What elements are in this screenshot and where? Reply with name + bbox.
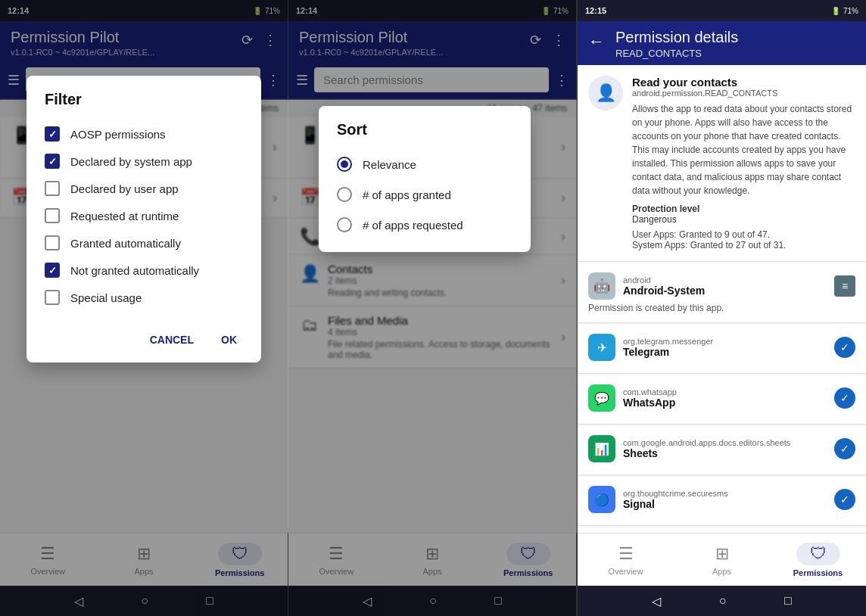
perm-icon-symbol: 👤 xyxy=(596,83,616,103)
checkbox-runtime[interactable] xyxy=(45,208,60,223)
signal-icon: 🔵 xyxy=(588,486,615,513)
checkbox-special[interactable] xyxy=(45,290,60,305)
android-note: Permission is created by this app. xyxy=(588,303,855,313)
sort-label-relevance: Relevance xyxy=(363,158,416,171)
filter-dialog-actions: Cancel OK xyxy=(45,323,243,350)
filter-label-runtime: Requested at runtime xyxy=(70,210,179,222)
filter-option-special[interactable]: Special usage xyxy=(45,284,243,311)
checkbox-user[interactable] xyxy=(45,181,60,196)
sheets-card[interactable]: 📊 com.google.android.apps.docs.editors.s… xyxy=(578,426,866,475)
back-btn-3[interactable]: ◁ xyxy=(652,594,661,608)
checkbox-not-granted[interactable] xyxy=(45,263,60,278)
filter-cancel-button[interactable]: Cancel xyxy=(144,329,200,350)
filter-option-not-granted[interactable]: Not granted automatically xyxy=(45,257,243,284)
sort-option-apps-requested[interactable]: # of apps requested xyxy=(337,210,512,240)
detail-title: Permission details xyxy=(615,29,855,46)
battery-icon-3: 🔋 xyxy=(831,7,840,15)
filter-label-aosp: AOSP permissions xyxy=(70,128,166,141)
telegram-pkg: org.telegram.messenger xyxy=(623,337,827,346)
back-button[interactable]: ← xyxy=(588,32,605,51)
perm-meta: Protection level Dangerous xyxy=(632,204,855,225)
sheets-check: ✓ xyxy=(834,438,855,459)
signal-name: Signal xyxy=(623,498,827,510)
nav-apps-label-3: Apps xyxy=(712,567,731,576)
whatsapp-icon: 💬 xyxy=(588,384,615,412)
radio-relevance[interactable] xyxy=(337,157,352,172)
threema-card[interactable]: ⬛ ch.threema.app Threema ✓ xyxy=(578,527,866,533)
sort-dialog-overlay: Sort Relevance # of apps granted # of ap… xyxy=(288,0,576,616)
filter-dialog-title: Filter xyxy=(45,91,243,108)
nav-permissions-3[interactable]: 🛡 Permissions xyxy=(770,537,866,583)
sort-option-apps-granted[interactable]: # of apps granted xyxy=(337,179,512,210)
filter-label-not-granted: Not granted automatically xyxy=(70,264,199,277)
telegram-icon: ✈ xyxy=(588,334,615,361)
filter-option-granted[interactable]: Granted automatically xyxy=(45,229,243,257)
sheets-name: Sheets xyxy=(623,447,827,459)
radio-apps-granted[interactable] xyxy=(337,187,352,202)
panel-filter: 12:14 🔋 71% Permission Pilot v1.0.1-RC0 … xyxy=(0,0,288,616)
nav-overview-label-3: Overview xyxy=(609,567,643,576)
detail-subtitle: READ_CONTACTS xyxy=(615,48,855,59)
system-app-card: 🤖 android Android-System ≡ Permission is… xyxy=(578,263,866,323)
time-3: 12:15 xyxy=(585,6,606,15)
battery-pct-3: 71% xyxy=(843,7,858,15)
sheets-icon: 📊 xyxy=(588,435,615,462)
sort-label-apps-granted: # of apps granted xyxy=(363,188,451,201)
nav-apps-icon-3: ⊞ xyxy=(715,544,729,564)
recents-btn-3[interactable]: □ xyxy=(784,594,792,608)
sort-option-relevance[interactable]: Relevance xyxy=(337,149,512,179)
nav-perms-label-3: Permissions xyxy=(793,568,843,577)
signal-check: ✓ xyxy=(834,489,855,510)
telegram-check: ✓ xyxy=(834,337,855,358)
sort-label-apps-requested: # of apps requested xyxy=(363,219,463,232)
filter-label-system: Declared by system app xyxy=(70,155,192,168)
signal-pkg: org.thoughtcrime.securesms xyxy=(623,489,827,498)
whatsapp-name: WhatsApp xyxy=(623,397,827,409)
perm-protection-label: Protection level xyxy=(632,204,699,214)
home-btn-3[interactable]: ○ xyxy=(719,594,727,608)
detail-header: ← Permission details READ_CONTACTS xyxy=(578,21,866,65)
checkbox-system[interactable] xyxy=(45,154,60,169)
filter-label-special: Special usage xyxy=(70,291,142,304)
android-name: Android-System xyxy=(623,285,827,297)
sort-dialog-title: Sort xyxy=(337,121,512,138)
filter-dialog: Filter AOSP permissions Declared by syst… xyxy=(26,76,261,362)
status-bar-3: 12:15 🔋 71% xyxy=(578,0,866,21)
bottom-nav-3: ☰ Overview ⊞ Apps 🛡 Permissions xyxy=(578,533,866,586)
filter-option-aosp[interactable]: AOSP permissions xyxy=(45,120,243,148)
checkbox-aosp[interactable] xyxy=(45,126,60,142)
checkbox-granted[interactable] xyxy=(45,235,60,250)
filter-dialog-overlay: Filter AOSP permissions Declared by syst… xyxy=(0,0,288,616)
perm-name: Read your contacts xyxy=(632,76,855,89)
status-icons-3: 🔋 71% xyxy=(831,7,858,15)
filter-option-user[interactable]: Declared by user app xyxy=(45,175,243,202)
perm-stats: User Apps: Granted to 9 out of 47. Syste… xyxy=(632,229,855,250)
android-pkg: android xyxy=(623,275,827,285)
whatsapp-pkg: com.whatsapp xyxy=(623,387,827,397)
user-apps-stats: User Apps: Granted to 9 out of 47. xyxy=(632,229,855,240)
filter-ok-button[interactable]: OK xyxy=(215,329,243,350)
sort-dialog: Sort Relevance # of apps granted # of ap… xyxy=(319,106,531,252)
menu-icon-android[interactable]: ≡ xyxy=(834,275,855,297)
android-nav-3: ◁ ○ □ xyxy=(578,586,866,616)
perm-id: android.permission.READ_CONTACTS xyxy=(632,89,855,98)
nav-apps-3[interactable]: ⊞ Apps xyxy=(674,538,770,582)
detail-content: 👤 Read your contacts android.permission.… xyxy=(578,65,866,533)
signal-card[interactable]: 🔵 org.thoughtcrime.securesms Signal ✓ xyxy=(578,477,866,526)
whatsapp-card[interactable]: 💬 com.whatsapp WhatsApp ✓ xyxy=(578,375,866,425)
filter-label-user: Declared by user app xyxy=(70,182,179,195)
android-icon: 🤖 xyxy=(593,278,610,294)
android-system-icon: 🤖 xyxy=(588,272,615,300)
filter-label-granted: Granted automatically xyxy=(70,237,181,250)
panel-sort: 12:14 🔋 71% Permission Pilot v1.0.1-RC0 … xyxy=(288,0,577,616)
telegram-name: Telegram xyxy=(623,346,827,358)
sheets-pkg: com.google.android.apps.docs.editors.she… xyxy=(623,438,827,447)
filter-option-system[interactable]: Declared by system app xyxy=(45,148,243,175)
filter-option-runtime[interactable]: Requested at runtime xyxy=(45,202,243,229)
radio-apps-requested[interactable] xyxy=(337,217,352,232)
nav-perms-icon-3: 🛡 xyxy=(810,544,827,563)
nav-overview-3[interactable]: ☰ Overview xyxy=(578,538,674,582)
perm-icon: 👤 xyxy=(588,76,623,110)
panel-detail: 12:15 🔋 71% ← Permission details READ_CO… xyxy=(577,0,866,616)
telegram-card[interactable]: ✈ org.telegram.messenger Telegram ✓ xyxy=(578,325,866,374)
